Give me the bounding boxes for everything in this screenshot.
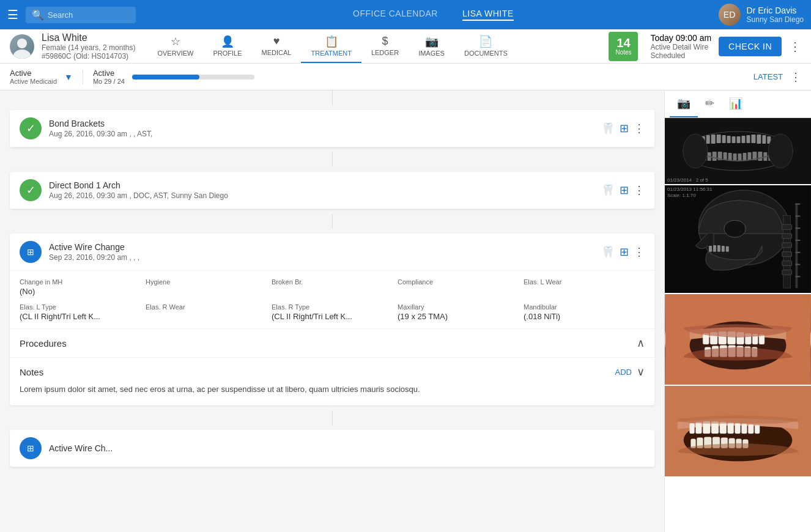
right-panel-tabs: 📷 ✏ 📊: [665, 91, 811, 118]
direct-bond-actions: 🦷 ⊞ ⋮: [601, 183, 645, 197]
detail-compliance: Compliance: [398, 278, 519, 296]
treatment-card-next: ⊞ Active Wire Ch...: [10, 430, 654, 467]
xray-lateral-scale: Scale: 1:1.70: [667, 193, 696, 198]
windows-icon-2[interactable]: ⊞: [620, 183, 629, 197]
bond-brackets-info: Bond Brackets Aug 26, 2016, 09:30 am , ,…: [49, 119, 152, 138]
appointment-time: Today 09:00 am: [650, 33, 711, 43]
procedures-section-header[interactable]: Procedures ∧: [10, 328, 654, 357]
timeline-left-2: [0, 152, 333, 167]
svg-rect-81: [728, 423, 734, 434]
appointment-detail1: Active Detail Wire: [650, 43, 711, 51]
active-wire-actions: 🦷 ⊞ ⋮: [601, 245, 645, 259]
tooth-icon-2[interactable]: 🦷: [601, 183, 615, 197]
svg-rect-77: [695, 422, 702, 434]
notes-section: Notes ADD ∨ Lorem ipsum dolor sit amet, …: [10, 357, 654, 405]
nav-profile[interactable]: 👤 PROFILE: [204, 30, 252, 63]
right-panel-images: 01/23/2014 · 2 of 5: [665, 118, 811, 532]
notes-toggle-icon[interactable]: ∨: [637, 365, 645, 379]
active-wire-date: Sep 23, 2016, 09:20 am , , ,: [49, 253, 139, 262]
nav-medical[interactable]: ♥ MEDICAL: [252, 30, 302, 62]
nav-tab-office-calendar[interactable]: OFFICE CALENDAR: [353, 9, 438, 21]
user-info: Dr Eric Davis Sunny San Diego: [747, 6, 804, 24]
svg-rect-83: [741, 424, 747, 434]
nav-overview[interactable]: ☆ OVERVIEW: [147, 30, 203, 63]
bond-brackets-icon: ✓: [20, 117, 42, 139]
procedures-toggle-icon[interactable]: ∧: [637, 336, 645, 350]
xray-lateral[interactable]: 01/23/2013 11:56:31 Scale: 1:1.70: [665, 184, 811, 293]
svg-rect-82: [735, 423, 741, 434]
avatar[interactable]: ED: [719, 4, 741, 26]
tooth-icon-3[interactable]: 🦷: [601, 245, 615, 259]
svg-rect-12: [741, 136, 745, 143]
right-panel-tab-images[interactable]: 📷: [670, 91, 698, 117]
svg-point-36: [724, 220, 746, 237]
xray-panoramic-info: 01/23/2014 · 2 of 5: [667, 177, 708, 183]
svg-rect-20: [713, 152, 717, 161]
tooth-icon-1[interactable]: 🦷: [601, 122, 615, 135]
search-placeholder: Search: [48, 10, 73, 20]
status-dropdown-icon[interactable]: ▼: [64, 72, 73, 82]
menu-icon[interactable]: ☰: [7, 7, 18, 22]
nav-ledger[interactable]: $ LEDGER: [361, 30, 409, 62]
nav-images-label: IMAGES: [418, 50, 445, 57]
detail-elas-r-wear: Elas. R Wear: [146, 303, 267, 321]
user-profile: ED Dr Eric Davis Sunny San Diego: [719, 4, 804, 26]
bond-brackets-more-icon[interactable]: ⋮: [634, 122, 645, 135]
direct-bond-icon: ✓: [20, 179, 42, 201]
clinical-photo-top[interactable]: [665, 293, 811, 385]
timeline-right-4: [333, 410, 665, 425]
nav-medical-label: MEDICAL: [262, 49, 292, 56]
active-wire-title: Active Wire Change: [49, 242, 139, 252]
svg-rect-16: [762, 135, 766, 144]
svg-rect-48: [782, 270, 792, 275]
search-bar[interactable]: 🔍 Search: [26, 7, 136, 23]
direct-bond-more-icon[interactable]: ⋮: [634, 183, 645, 197]
camera-icon: 📷: [677, 97, 691, 109]
svg-rect-9: [727, 136, 731, 143]
svg-rect-37: [709, 246, 712, 252]
timeline-separator-3: [0, 214, 664, 229]
checkin-button[interactable]: CHECK IN: [719, 37, 782, 56]
latest-button[interactable]: LATEST: [754, 72, 783, 81]
nav-tab-lisa-white[interactable]: LISA WHITE: [462, 9, 514, 21]
xray-panoramic[interactable]: 01/23/2014 · 2 of 5: [665, 118, 811, 184]
svg-rect-6: [711, 135, 716, 144]
detail-grid-2: Elas. L Type (CL II Right/Tri Left K... …: [10, 296, 654, 328]
notes-content: Lorem ipsum dolor sit amet, sed nec eros…: [10, 383, 654, 405]
xray-panoramic-svg: [665, 118, 811, 184]
svg-rect-38: [713, 245, 716, 252]
subheader-more-icon[interactable]: ⋮: [790, 70, 801, 84]
nav-treatment-label: TREATMENT: [311, 50, 351, 57]
notes-label: Notes: [615, 49, 631, 56]
notes-badge[interactable]: 14 Notes: [609, 32, 638, 61]
status-active-2: Active: [93, 68, 125, 78]
active-wire-more-icon[interactable]: ⋮: [634, 245, 645, 259]
svg-rect-24: [733, 153, 737, 160]
svg-rect-23: [728, 153, 732, 160]
top-navigation: ☰ 🔍 Search OFFICE CALENDAR LISA WHITE ED…: [0, 0, 811, 29]
right-panel-tab-chart[interactable]: 📊: [722, 91, 750, 117]
windows-icon-3[interactable]: ⊞: [620, 245, 629, 259]
right-panel-tab-notes[interactable]: ✏: [698, 91, 722, 117]
next-card-info: Active Wire Ch...: [49, 443, 113, 453]
svg-rect-85: [755, 425, 760, 434]
direct-bond-date: Aug 26, 2016, 09:30 am , DOC, AST, Sunny…: [49, 191, 228, 200]
svg-rect-25: [738, 153, 742, 160]
windows-icon-1[interactable]: ⊞: [620, 122, 629, 135]
nav-treatment[interactable]: 📋 TREATMENT: [301, 30, 361, 63]
patient-header-more-icon[interactable]: ⋮: [789, 39, 801, 54]
svg-rect-14: [751, 135, 755, 143]
nav-images[interactable]: 📷 IMAGES: [409, 30, 454, 63]
timeline-separator-2: [0, 152, 664, 167]
svg-rect-40: [722, 246, 725, 252]
treatment-card-active-wire: ⊞ Active Wire Change Sep 23, 2016, 09:20…: [10, 234, 654, 405]
treatment-card-direct-bond: ✓ Direct Bond 1 Arch Aug 26, 2016, 09:30…: [10, 172, 654, 209]
medical-icon: ♥: [273, 35, 280, 48]
notes-add-button[interactable]: ADD: [615, 368, 632, 377]
svg-rect-76: [690, 423, 695, 434]
notes-count: 14: [617, 37, 630, 49]
clinical-photo-bottom[interactable]: [665, 385, 811, 476]
next-card-title: Active Wire Ch...: [49, 443, 113, 453]
nav-documents[interactable]: 📄 DOCUMENTS: [454, 30, 517, 63]
patient-name: Lisa White: [42, 32, 135, 43]
